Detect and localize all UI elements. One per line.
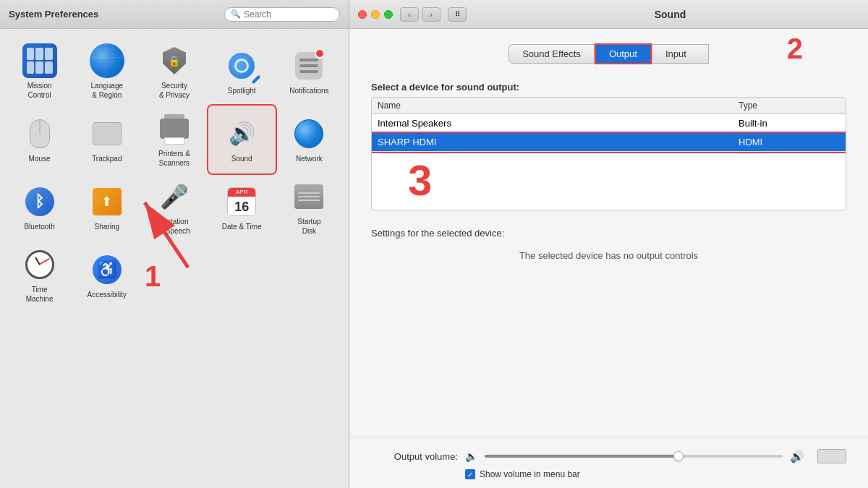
sidebar-item-sound[interactable]: 🔊Sound <box>208 106 276 174</box>
tab-sound-effects[interactable]: Sound Effects <box>509 44 595 64</box>
accessibility-label: Accessibility <box>88 290 127 299</box>
spotlight-label: Spotlight <box>228 86 256 95</box>
device-table: Name Type Internal Speakers Built-in SHA… <box>371 97 846 210</box>
mouse-label: Mouse <box>29 154 51 163</box>
mission-control-icon <box>22 43 57 78</box>
search-box[interactable]: 🔍 <box>224 7 340 22</box>
sidebar-item-accessibility[interactable]: ♿Accessibility <box>73 241 140 309</box>
icons-grid: Mission ControlLanguage & Region🔒Securit… <box>0 29 349 318</box>
volume-slider[interactable] <box>485 455 783 458</box>
sidebar-item-spotlight[interactable]: Spotlight <box>208 38 276 106</box>
show-volume-checkbox[interactable]: ✓ <box>465 469 475 479</box>
system-preferences-title: System Preferences <box>9 9 224 20</box>
network-icon <box>292 116 326 151</box>
slider-thumb[interactable] <box>673 451 684 461</box>
sidebar-item-printers-scanners[interactable]: Printers & Scanners <box>140 106 208 174</box>
table-row[interactable]: Internal Speakers Built-in <box>372 114 846 133</box>
spotlight-icon <box>224 48 259 83</box>
sidebar-item-date-time[interactable]: APR16Date & Time <box>208 174 276 241</box>
time-machine-icon <box>22 247 57 282</box>
bluetooth-label: Bluetooth <box>24 222 54 231</box>
table-header: Name Type <box>372 98 846 114</box>
tabs-row: Sound Effects Output Input 2 <box>371 43 846 64</box>
nav-buttons: ‹ › <box>400 7 441 22</box>
icons-wrapper: Mission ControlLanguage & Region🔒Securit… <box>0 29 349 488</box>
tab-output[interactable]: Output <box>595 43 652 64</box>
minimize-button[interactable] <box>371 10 380 19</box>
tab-input[interactable]: Input <box>652 44 709 64</box>
sidebar-item-dictation-speech[interactable]: 🎤Dictation & Speech <box>140 174 208 241</box>
left-title-bar: System Preferences 🔍 <box>0 0 349 29</box>
close-button[interactable] <box>358 10 367 19</box>
trackpad-label: Trackpad <box>92 154 122 163</box>
sidebar-item-mission-control[interactable]: Mission Control <box>6 38 73 106</box>
table-row[interactable]: SHARP HDMI HDMI <box>372 133 846 152</box>
sidebar-item-bluetooth[interactable]: ᛒBluetooth <box>6 174 73 241</box>
printers-scanners-icon <box>157 111 192 146</box>
sidebar-item-mouse[interactable]: Mouse <box>6 106 73 174</box>
time-machine-label: Time Machine <box>26 285 54 304</box>
device-type-internal: Built-in <box>739 118 840 129</box>
back-button[interactable]: ‹ <box>400 7 419 22</box>
mouse-icon <box>22 116 57 151</box>
dictation-speech-label: Dictation & Speech <box>158 217 190 236</box>
sharing-label: Sharing <box>95 222 119 231</box>
device-type-hdmi: HDMI <box>739 137 840 147</box>
search-input[interactable] <box>244 9 331 20</box>
accessibility-icon: ♿ <box>90 252 124 287</box>
sidebar-item-trackpad[interactable]: Trackpad <box>73 106 140 174</box>
language-region-icon <box>90 43 124 78</box>
sharing-icon <box>90 184 124 219</box>
maximize-button[interactable] <box>384 10 393 19</box>
sidebar-item-sharing[interactable]: Sharing <box>73 174 140 241</box>
forward-button[interactable]: › <box>422 7 441 22</box>
trackpad-icon <box>90 116 124 151</box>
mute-button[interactable] <box>817 449 846 463</box>
show-volume-label: Show volume in menu bar <box>480 469 580 479</box>
annotation-3: 3 <box>408 155 432 205</box>
empty-table-area: 3 <box>372 152 846 210</box>
startup-disk-label: Startup Disk <box>297 217 320 236</box>
table-body: Internal Speakers Built-in SHARP HDMI HD… <box>372 114 846 210</box>
date-time-label: Date & Time <box>222 222 262 231</box>
device-name-internal: Internal Speakers <box>378 118 739 129</box>
annotation-1: 1 <box>145 260 161 481</box>
startup-disk-icon <box>292 179 326 214</box>
col-type-header: Type <box>739 100 840 111</box>
search-icon: 🔍 <box>231 9 241 19</box>
device-selection-section: Select a device for sound output: Name T… <box>371 82 846 210</box>
grid-button[interactable]: ⠿ <box>448 7 467 22</box>
sidebar-item-network[interactable]: Network <box>276 106 343 174</box>
volume-row: Output volume: 🔈 🔊 <box>371 449 846 463</box>
sidebar-item-notifications[interactable]: Notifications <box>276 38 343 106</box>
bluetooth-icon: ᛒ <box>22 184 57 219</box>
language-region-label: Language & Region <box>91 81 124 100</box>
settings-label: Settings for the selected device: <box>371 228 846 239</box>
no-controls-message: The selected device has no output contro… <box>371 244 846 267</box>
security-privacy-label: Security & Privacy <box>159 81 190 100</box>
device-section-title: Select a device for sound output: <box>371 82 846 93</box>
volume-low-icon: 🔈 <box>465 450 477 462</box>
sidebar-item-security-privacy[interactable]: 🔒Security & Privacy <box>140 38 208 106</box>
sidebar-item-language-region[interactable]: Language & Region <box>73 38 140 106</box>
sidebar-item-startup-disk[interactable]: Startup Disk <box>276 174 343 241</box>
traffic-lights <box>358 10 393 19</box>
printers-scanners-label: Printers & Scanners <box>158 149 190 168</box>
panel-title: Sound <box>481 9 859 20</box>
sidebar-item-time-machine[interactable]: Time Machine <box>6 241 73 309</box>
content-area: Sound Effects Output Input 2 Select a de… <box>349 29 868 437</box>
settings-section: Settings for the selected device: The se… <box>371 228 846 267</box>
notifications-icon <box>292 48 326 83</box>
volume-section: Output volume: 🔈 🔊 ✓ Show volume in menu… <box>349 437 868 488</box>
annotation-2: 2 <box>787 33 803 65</box>
mission-control-label: Mission Control <box>27 81 52 100</box>
sound-label: Sound <box>231 154 252 163</box>
sound-icon: 🔊 <box>224 116 259 151</box>
network-label: Network <box>296 154 323 163</box>
volume-label: Output volume: <box>371 451 458 462</box>
volume-high-icon: 🔊 <box>790 450 804 463</box>
security-privacy-icon: 🔒 <box>157 43 192 78</box>
right-title-bar: ‹ › ⠿ Sound <box>349 0 868 29</box>
col-name-header: Name <box>378 100 739 111</box>
notifications-label: Notifications <box>289 86 328 95</box>
